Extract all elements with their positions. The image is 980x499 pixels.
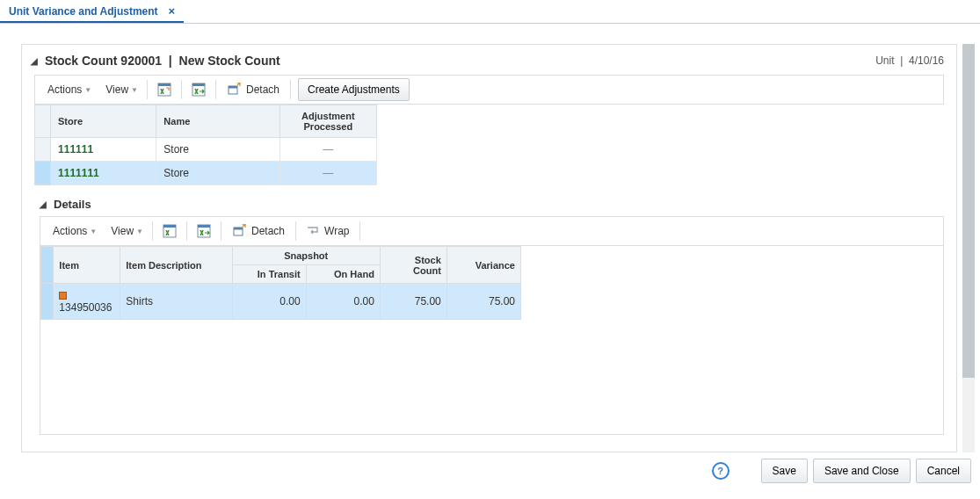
col-on-hand[interactable]: On Hand [306, 265, 380, 284]
svg-rect-11 [234, 228, 243, 230]
scrollbar-thumb[interactable] [962, 44, 975, 378]
view-menu[interactable]: View ▼ [98, 76, 145, 104]
collapse-icon[interactable]: ◢ [40, 199, 47, 209]
close-icon[interactable]: × [169, 4, 176, 18]
actions-menu[interactable]: Actions ▼ [46, 217, 104, 245]
store-link[interactable]: 111111 [58, 143, 93, 155]
footer-actions: ? Save Save and Close Cancel [21, 459, 975, 483]
details-table: Item Item Description Snapshot Stock Cou… [40, 246, 521, 320]
stores-table: Store Name Adjustment Processed 111111 S… [34, 105, 377, 185]
tab-unit-variance[interactable]: Unit Variance and Adjustment × [0, 0, 184, 23]
create-adjustments-button[interactable]: Create Adjustments [298, 78, 410, 101]
chevron-down-icon: ▼ [84, 86, 91, 94]
panel-meta: Unit | 4/10/16 [875, 54, 944, 67]
col-store[interactable]: Store [51, 105, 156, 138]
wrap-button[interactable]: Wrap [298, 217, 358, 245]
spreadsheet-icon [157, 83, 171, 97]
colgroup-snapshot[interactable]: Snapshot [232, 247, 380, 265]
svg-rect-1 [158, 83, 171, 86]
table-row[interactable]: 1111111 Store — [35, 162, 377, 185]
spreadsheet-icon [163, 224, 177, 238]
stock-count-title: Stock Count 920001 | New Stock Count [45, 54, 280, 68]
actions-menu[interactable]: Actions ▼ [40, 76, 98, 104]
export-excel-button[interactable] [155, 217, 185, 245]
col-name[interactable]: Name [156, 105, 279, 138]
help-icon[interactable]: ? [712, 462, 730, 480]
detach-icon [232, 224, 246, 238]
spreadsheet-arrow-icon [197, 224, 211, 238]
detach-icon [227, 83, 241, 97]
cancel-button[interactable]: Cancel [916, 459, 971, 483]
col-item[interactable]: Item [54, 247, 120, 284]
tab-title: Unit Variance and Adjustment [9, 5, 158, 18]
svg-rect-9 [198, 225, 210, 228]
col-variance[interactable]: Variance [446, 247, 520, 284]
col-in-transit[interactable]: In Transit [232, 265, 306, 284]
item-marker-icon [59, 292, 67, 300]
tab-bar: Unit Variance and Adjustment × [0, 0, 980, 24]
detach-button[interactable]: Detach [218, 76, 288, 104]
wrap-icon [307, 225, 319, 237]
main-panel: ◢ Stock Count 920001 | New Stock Count U… [21, 44, 957, 452]
details-title: Details [54, 198, 91, 211]
table-row[interactable]: 111111 Store — [35, 138, 377, 162]
svg-rect-3 [192, 83, 205, 86]
save-and-close-button[interactable]: Save and Close [813, 459, 911, 483]
view-menu[interactable]: View ▼ [104, 217, 150, 245]
col-adjustment-processed[interactable]: Adjustment Processed [279, 105, 376, 138]
store-link[interactable]: 1111111 [58, 167, 99, 179]
svg-rect-5 [229, 86, 237, 89]
chevron-down-icon: ▼ [136, 228, 143, 235]
svg-rect-7 [163, 225, 176, 228]
export-excel-button[interactable] [149, 76, 179, 104]
collapse-icon[interactable]: ◢ [31, 56, 38, 66]
export-excel-all-button[interactable] [184, 76, 214, 104]
col-item-desc[interactable]: Item Description [120, 247, 232, 284]
table-row[interactable]: 134950036 Shirts 0.00 0.00 75.00 75.00 [41, 284, 521, 320]
col-stock-count[interactable]: Stock Count [380, 247, 446, 284]
details-panel: ◢ Details Actions ▼ View ▼ [40, 194, 944, 435]
main-toolbar: Actions ▼ View ▼ Detach Create Adjustmen… [34, 75, 944, 105]
detach-button[interactable]: Detach [223, 217, 294, 245]
export-excel-all-button[interactable] [189, 217, 219, 245]
panel-header: ◢ Stock Count 920001 | New Stock Count U… [22, 45, 956, 75]
chevron-down-icon: ▼ [90, 228, 97, 235]
spreadsheet-arrow-icon [192, 83, 206, 97]
chevron-down-icon: ▼ [131, 86, 138, 94]
details-toolbar: Actions ▼ View ▼ Detach [40, 217, 943, 246]
save-button[interactable]: Save [761, 459, 808, 483]
vertical-scrollbar[interactable] [962, 44, 975, 452]
